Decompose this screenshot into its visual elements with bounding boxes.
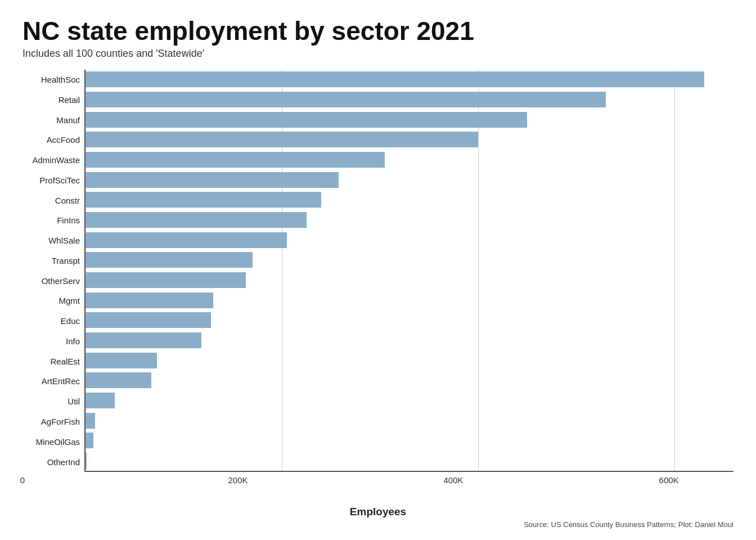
bar-row-profscitec <box>86 171 734 189</box>
bar-row-otherserv <box>86 271 734 289</box>
bar-util <box>86 393 115 408</box>
bar-otherind <box>86 453 87 469</box>
bar-constr <box>86 192 321 208</box>
y-label-whlsale: WhlSale <box>22 236 80 245</box>
grid-line <box>478 70 479 471</box>
bar-otherserv <box>86 272 246 288</box>
chart-area: HealthSocRetailManufAccFoodAdminWastePro… <box>22 70 734 529</box>
chart-title: NC state employment by sector 2021 <box>22 17 734 46</box>
bar-transpt <box>86 252 253 268</box>
bar-row-constr <box>86 191 734 209</box>
bar-artentrec <box>86 372 151 388</box>
chart-subtitle: Includes all 100 counties and 'Statewide… <box>22 48 734 60</box>
y-label-artentrec: ArtEntRec <box>22 377 80 385</box>
y-label-info: Info <box>22 337 80 345</box>
bar-finins <box>86 212 307 228</box>
y-label-util: Util <box>22 397 80 406</box>
y-label-mgmt: Mgmt <box>22 296 80 305</box>
y-label-realest: RealEst <box>22 357 80 366</box>
bar-row-mineoilgas <box>86 431 734 449</box>
bar-row-manuf <box>86 111 734 129</box>
y-label-healthsoc: HealthSoc <box>22 75 80 84</box>
y-label-manuf: Manuf <box>22 116 80 124</box>
bar-realest <box>86 353 157 368</box>
bar-row-mgmt <box>86 291 734 309</box>
x-tick-0: 0 <box>20 475 25 485</box>
y-label-otherserv: OtherServ <box>22 277 80 285</box>
bar-row-retail <box>86 91 734 109</box>
bar-row-educ <box>86 311 734 329</box>
page: NC state employment by sector 2021 Inclu… <box>0 0 756 540</box>
grid-line <box>86 70 86 471</box>
bar-row-healthsoc <box>86 70 734 88</box>
y-label-transpt: Transpt <box>22 256 80 265</box>
y-label-accfood: AccFood <box>22 136 80 144</box>
bar-row-transpt <box>86 251 734 269</box>
bar-row-info <box>86 331 734 349</box>
bar-retail <box>86 92 606 107</box>
grid-line <box>282 70 282 471</box>
x-tick-600K: 600K <box>659 475 679 485</box>
bar-info <box>86 332 201 348</box>
chart-inner: HealthSocRetailManufAccFoodAdminWastePro… <box>22 70 734 472</box>
y-label-educ: Educ <box>22 317 80 325</box>
bar-mgmt <box>86 292 213 308</box>
y-label-adminwaste: AdminWaste <box>22 156 80 164</box>
bar-row-adminwaste <box>86 151 734 169</box>
bar-row-artentrec <box>86 371 734 389</box>
bar-manuf <box>86 112 527 128</box>
bar-row-agforfish <box>86 412 734 430</box>
bar-educ <box>86 312 211 328</box>
x-tick-200K: 200K <box>228 475 248 485</box>
y-label-finins: FinIns <box>22 216 80 224</box>
bar-adminwaste <box>86 152 385 168</box>
bar-agforfish <box>86 413 95 429</box>
source-note: Source: US Census County Business Patter… <box>22 520 734 529</box>
grid-line <box>674 70 675 471</box>
bar-mineoilgas <box>86 433 93 448</box>
y-label-retail: Retail <box>22 96 80 104</box>
bar-row-util <box>86 392 734 410</box>
y-label-otherind: OtherInd <box>22 458 80 466</box>
bar-accfood <box>86 132 478 147</box>
bar-row-realest <box>86 352 734 370</box>
y-label-profscitec: ProfSciTec <box>22 176 80 184</box>
bar-row-finins <box>86 211 734 229</box>
bars-container <box>84 70 734 472</box>
bar-row-accfood <box>86 130 734 148</box>
bar-row-otherind <box>86 452 734 470</box>
bar-profscitec <box>86 172 339 188</box>
y-axis-labels: HealthSocRetailManufAccFoodAdminWastePro… <box>22 70 84 472</box>
y-label-constr: Constr <box>22 196 80 205</box>
bar-row-whlsale <box>86 231 734 249</box>
bar-healthsoc <box>86 71 704 87</box>
y-label-mineoilgas: MineOilGas <box>22 438 80 446</box>
y-label-agforfish: AgForFish <box>22 417 80 426</box>
bar-whlsale <box>86 232 287 248</box>
x-axis-ticks: 0200K400K600K <box>22 472 734 490</box>
x-axis-title: Employees <box>22 506 734 518</box>
x-tick-400K: 400K <box>444 475 464 485</box>
